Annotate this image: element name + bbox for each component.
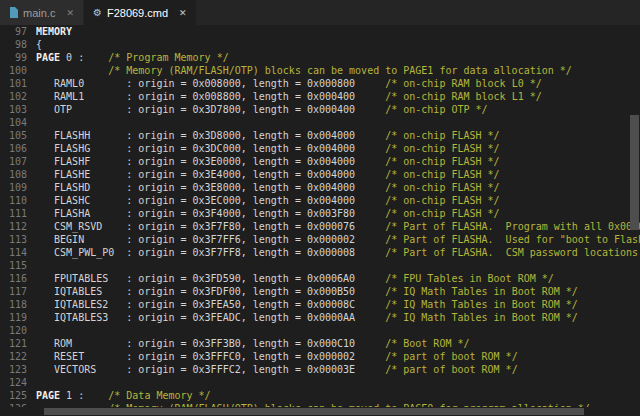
tab-main-c[interactable]: main.c ✕	[0, 0, 84, 25]
code-token-comment: /* Boot ROM */	[385, 338, 469, 349]
code-line[interactable]: 120	[0, 324, 640, 337]
code-token-name: IQTABLES3	[54, 312, 108, 323]
code-token-code: : origin = 0x008800, length = 0x000400	[84, 91, 385, 102]
line-number[interactable]: 123	[0, 363, 36, 376]
code-line[interactable]: 112 CSM_RSVD : origin = 0x3F7F80, length…	[0, 220, 640, 233]
code-token-code	[36, 91, 54, 102]
code-line[interactable]: 105 FLASHH : origin = 0x3D8000, length =…	[0, 129, 640, 142]
code-token-code	[36, 234, 54, 245]
code-line[interactable]: 98{	[0, 38, 640, 51]
line-number[interactable]: 102	[0, 90, 36, 103]
line-number[interactable]: 100	[0, 64, 36, 77]
code-line[interactable]: 115	[0, 259, 640, 272]
line-content: FLASHD : origin = 0x3E8000, length = 0x0…	[36, 181, 640, 194]
code-line[interactable]: 103 OTP : origin = 0x3D7800, length = 0x…	[0, 103, 640, 116]
code-line[interactable]: 124	[0, 376, 640, 389]
line-content: MEMORY	[36, 25, 640, 38]
code-line[interactable]: 119 IQTABLES3 : origin = 0x3FEADC, lengt…	[0, 311, 640, 324]
code-line[interactable]: 114 CSM_PWL_P0 : origin = 0x3F7FF8, leng…	[0, 246, 640, 259]
line-content: RAML1 : origin = 0x008800, length = 0x00…	[36, 90, 640, 103]
line-number[interactable]: 116	[0, 272, 36, 285]
line-number[interactable]: 99	[0, 51, 36, 64]
close-icon[interactable]: ✕	[179, 8, 187, 18]
line-number[interactable]: 110	[0, 194, 36, 207]
line-number[interactable]: 101	[0, 77, 36, 90]
code-line[interactable]: 100 /* Memory (RAM/FLASH/OTP) blocks can…	[0, 64, 640, 77]
code-line[interactable]: 113 BEGIN : origin = 0x3F7FF6, length = …	[0, 233, 640, 246]
horizontal-scrollbar-thumb[interactable]	[44, 408, 584, 415]
line-number[interactable]: 97	[0, 25, 36, 38]
line-content: PAGE 0 : /* Program Memory */	[36, 51, 640, 64]
code-token-code: : origin = 0x3FFFC2, length = 0x00003E	[96, 364, 385, 375]
line-number[interactable]: 122	[0, 350, 36, 363]
line-content: FLASHG : origin = 0x3DC000, length = 0x0…	[36, 142, 640, 155]
code-token-comment: /* IQ Math Tables in Boot ROM */	[385, 286, 578, 297]
code-token-name: FLASHA	[54, 208, 90, 219]
line-number[interactable]: 103	[0, 103, 36, 116]
code-token-code: : origin = 0x3FEA50, length = 0x00008C	[108, 299, 385, 310]
code-token-comment: /* on-chip RAM block L0 */	[385, 78, 542, 89]
close-icon[interactable]: ✕	[66, 8, 74, 18]
code-token-name: FLASHH	[54, 130, 90, 141]
code-editor-window: main.c ✕ ⚙ F28069.cmd ✕ 97MEMORY98{99PAG…	[0, 0, 640, 416]
code-token-code: : origin = 0x3F7FF6, length = 0x000002	[84, 234, 385, 245]
line-number[interactable]: 111	[0, 207, 36, 220]
code-line[interactable]: 97MEMORY	[0, 25, 640, 38]
line-number[interactable]: 121	[0, 337, 36, 350]
line-number[interactable]: 117	[0, 285, 36, 298]
line-number[interactable]: 125	[0, 389, 36, 402]
line-number[interactable]: 113	[0, 233, 36, 246]
code-token-comment: /* Part of FLASHA. CSM password location…	[385, 247, 640, 258]
code-token-code: 1 :	[60, 390, 108, 401]
line-number[interactable]: 119	[0, 311, 36, 324]
code-line[interactable]: 111 FLASHA : origin = 0x3F4000, length =…	[0, 207, 640, 220]
code-token-comment: /* part of boot ROM */	[385, 364, 517, 375]
code-line[interactable]: 101 RAML0 : origin = 0x008000, length = …	[0, 77, 640, 90]
code-token-code	[36, 338, 54, 349]
tab-f28069-cmd[interactable]: ⚙ F28069.cmd ✕	[84, 0, 196, 25]
line-number[interactable]: 107	[0, 155, 36, 168]
code-line[interactable]: 108 FLASHE : origin = 0x3E4000, length =…	[0, 168, 640, 181]
code-line[interactable]: 118 IQTABLES2 : origin = 0x3FEA50, lengt…	[0, 298, 640, 311]
code-line[interactable]: 104	[0, 116, 640, 129]
code-line[interactable]: 107 FLASHF : origin = 0x3E0000, length =…	[0, 155, 640, 168]
code-line[interactable]: 102 RAML1 : origin = 0x008800, length = …	[0, 90, 640, 103]
code-token-comment: /* on-chip OTP */	[385, 104, 487, 115]
line-content: PAGE 1 : /* Data Memory */	[36, 389, 640, 402]
line-number[interactable]: 98	[0, 38, 36, 51]
line-number[interactable]: 106	[0, 142, 36, 155]
code-line[interactable]: 109 FLASHD : origin = 0x3E8000, length =…	[0, 181, 640, 194]
code-line[interactable]: 106 FLASHG : origin = 0x3DC000, length =…	[0, 142, 640, 155]
code-token-code	[36, 143, 54, 154]
code-token-code: : origin = 0x3FF3B0, length = 0x000C10	[72, 338, 385, 349]
code-line[interactable]: 122 RESET : origin = 0x3FFFC0, length = …	[0, 350, 640, 363]
code-line[interactable]: 125PAGE 1 : /* Data Memory */	[0, 389, 640, 402]
vertical-scrollbar-thumb[interactable]	[630, 115, 639, 230]
line-number[interactable]: 105	[0, 129, 36, 142]
code-token-name: RAML1	[54, 91, 84, 102]
code-line[interactable]: 117 IQTABLES : origin = 0x3FDF00, length…	[0, 285, 640, 298]
line-number[interactable]: 124	[0, 376, 36, 389]
line-number[interactable]: 120	[0, 324, 36, 337]
code-line[interactable]: 99PAGE 0 : /* Program Memory */	[0, 51, 640, 64]
code-token-name: FLASHD	[54, 182, 90, 193]
line-number[interactable]: 118	[0, 298, 36, 311]
code-line[interactable]: 116 FPUTABLES : origin = 0x3FD590, lengt…	[0, 272, 640, 285]
line-number[interactable]: 115	[0, 259, 36, 272]
line-number[interactable]: 114	[0, 246, 36, 259]
code-line[interactable]: 123 VECTORS : origin = 0x3FFFC2, length …	[0, 363, 640, 376]
line-number[interactable]: 104	[0, 116, 36, 129]
code-token-code	[36, 169, 54, 180]
code-editor[interactable]: 97MEMORY98{99PAGE 0 : /* Program Memory …	[0, 25, 640, 416]
horizontal-scrollbar-track[interactable]	[0, 407, 640, 416]
code-token-comment: /* on-chip FLASH */	[385, 156, 499, 167]
code-token-comment: /* Memory (RAM/FLASH/OTP) blocks can be …	[108, 65, 572, 76]
code-line[interactable]: 110 FLASHC : origin = 0x3EC000, length =…	[0, 194, 640, 207]
code-line[interactable]: 121 ROM : origin = 0x3FF3B0, length = 0x…	[0, 337, 640, 350]
line-number[interactable]: 109	[0, 181, 36, 194]
code-token-comment: /* on-chip FLASH */	[385, 143, 499, 154]
line-number[interactable]: 108	[0, 168, 36, 181]
line-number[interactable]: 112	[0, 220, 36, 233]
line-content	[36, 116, 640, 129]
code-token-comment: /* on-chip FLASH */	[385, 169, 499, 180]
